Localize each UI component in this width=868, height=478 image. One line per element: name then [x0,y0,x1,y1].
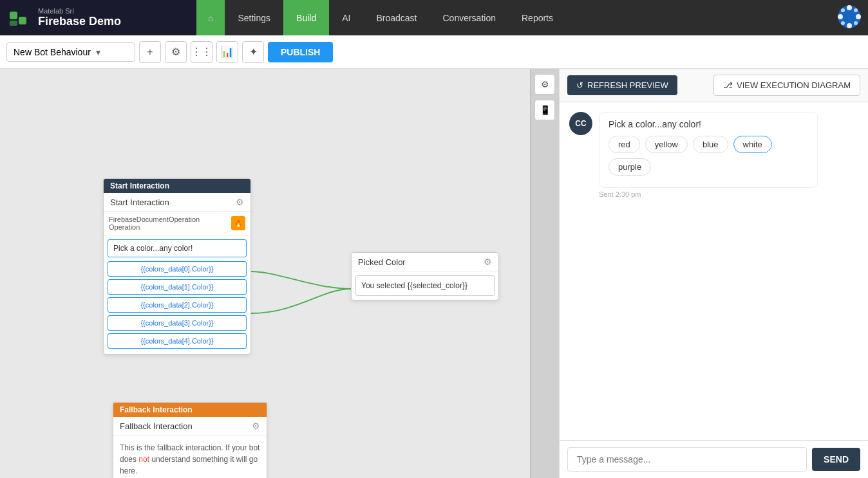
company-name: Matelab Srl [38,7,121,15]
chart-icon: 📊 [221,46,234,58]
fallback-interaction-node: Fallback Interaction Fallback Interactio… [113,402,267,478]
add-button[interactable]: + [139,41,161,63]
svg-rect-1 [19,17,26,24]
hierarchy-button[interactable]: ⋮⋮ [191,41,212,63]
choice-3: {{colors_data[3].Color}} [108,315,247,331]
chat-input[interactable] [567,447,807,472]
start-node-gear-icon[interactable]: ⚙ [236,197,244,207]
refresh-icon: ↺ [576,80,583,90]
diagram-icon: ⎇ [723,80,733,90]
nav-broadcast[interactable]: Broadcast [363,0,429,35]
canvas-mobile-btn[interactable]: 📱 [534,100,555,120]
logo-icon [10,10,33,26]
svg-point-7 [847,23,852,28]
nav-conversation[interactable]: Conversation [429,0,509,35]
chat-text: Pick a color...any color! [609,119,808,129]
bot-name: New Bot Behaviour [14,47,91,57]
svg-point-10 [841,21,845,25]
chat-bubble: Pick a color...any color! red yellow blu… [599,112,818,198]
choice-4: {{colors_data[4].Color}} [108,333,247,349]
chart-button[interactable]: 📊 [216,41,238,63]
svg-point-4 [847,5,852,10]
choice-0: {{colors_data[0].Color}} [108,261,247,277]
choice-2: {{colors_data[2].Color}} [108,297,247,313]
gear-icon: ⚙ [171,46,180,58]
home-icon: ⌂ [208,13,213,23]
toolbar: New Bot Behaviour ▾ + ⚙ ⋮⋮ 📊 ✦ PUBLISH [0,35,868,69]
color-btn-blue[interactable]: blue [693,136,728,153]
start-message-box: Pick a color...any color! [108,239,247,257]
main-container: Start Interaction Start Interaction ⚙ Fi… [0,69,868,478]
svg-rect-2 [10,21,17,26]
user-avatar[interactable] [837,5,862,29]
fallback-text: This is the fallback interaction. If you… [113,436,267,478]
app-title: Firebase Demo [38,15,121,28]
mobile-icon: 📱 [540,105,551,115]
refresh-preview-button[interactable]: ↺ REFRESH PREVIEW [567,75,677,95]
picked-node-gear-icon[interactable]: ⚙ [484,257,492,267]
plus-icon: + [147,46,153,58]
nav-items: ⌂ Settings Build AI Broadcast Conversati… [196,0,566,35]
color-buttons: red yellow blue white purple [609,136,808,176]
svg-point-6 [856,14,861,19]
chevron-down-icon: ▾ [96,47,100,57]
picked-node-header: Picked Color ⚙ [352,253,498,271]
top-nav: Matelab Srl Firebase Demo ⌂ Settings Bui… [0,0,868,35]
color-btn-purple[interactable]: purple [609,158,651,176]
settings-button[interactable]: ⚙ [165,41,187,63]
bot-selector[interactable]: New Bot Behaviour ▾ [6,42,135,62]
nav-build[interactable]: Build [283,0,329,35]
svg-rect-0 [10,12,17,19]
firebase-badge: 🔥 [231,216,245,230]
color-btn-red[interactable]: red [609,136,640,153]
canvas-sidebar: ⚙ 📱 [530,69,559,478]
bot-avatar: CC [569,112,592,135]
view-diagram-button[interactable]: ⎇ VIEW EXECUTION DIAGRAM [713,75,860,96]
expand-icon: ✦ [249,46,258,58]
canvas-area[interactable]: Start Interaction Start Interaction ⚙ Fi… [0,69,559,478]
picked-color-node: Picked Color ⚙ You selected {{selected_c… [351,252,499,300]
chat-message: CC Pick a color...any color! red yellow … [569,112,858,198]
nav-ai[interactable]: AI [329,0,363,35]
svg-point-11 [854,21,858,25]
svg-point-5 [838,14,843,19]
settings-icon: ⚙ [541,79,549,89]
color-btn-white[interactable]: white [733,136,772,153]
chat-timestamp: Sent 2:30 pm [599,190,818,198]
nav-settings[interactable]: Settings [225,0,283,35]
logo-area: Matelab Srl Firebase Demo [0,0,196,35]
preview-header: ↺ REFRESH PREVIEW ⎇ VIEW EXECUTION DIAGR… [560,69,868,102]
choice-1: {{colors_data[1].Color}} [108,279,247,295]
fallback-node-label: Fallback Interaction [113,403,267,417]
chat-area: CC Pick a color...any color! red yellow … [560,102,868,440]
start-node-label: Start Interaction [104,179,250,193]
svg-point-9 [854,8,858,12]
nav-reports[interactable]: Reports [509,0,566,35]
start-node-header: Start Interaction ⚙ [104,193,250,212]
canvas-settings-btn[interactable]: ⚙ [534,74,555,95]
svg-point-8 [841,8,845,12]
fallback-node-gear-icon[interactable]: ⚙ [252,421,260,431]
color-btn-yellow[interactable]: yellow [645,136,688,153]
publish-button[interactable]: PUBLISH [268,42,333,62]
chat-input-area: SEND [560,440,868,478]
send-button[interactable]: SEND [812,448,860,471]
picked-message: You selected {{selected_color}} [355,275,495,296]
nav-home[interactable]: ⌂ [196,0,225,35]
fallback-node-header: Fallback Interaction ⚙ [113,417,267,436]
hierarchy-icon: ⋮⋮ [191,46,212,58]
preview-panel: ↺ REFRESH PREVIEW ⎇ VIEW EXECUTION DIAGR… [559,69,868,478]
expand-button[interactable]: ✦ [242,41,264,63]
firebase-op: FirebaseDocumentOperation Operation 🔥 [104,212,250,235]
start-interaction-node: Start Interaction Start Interaction ⚙ Fi… [103,178,251,354]
